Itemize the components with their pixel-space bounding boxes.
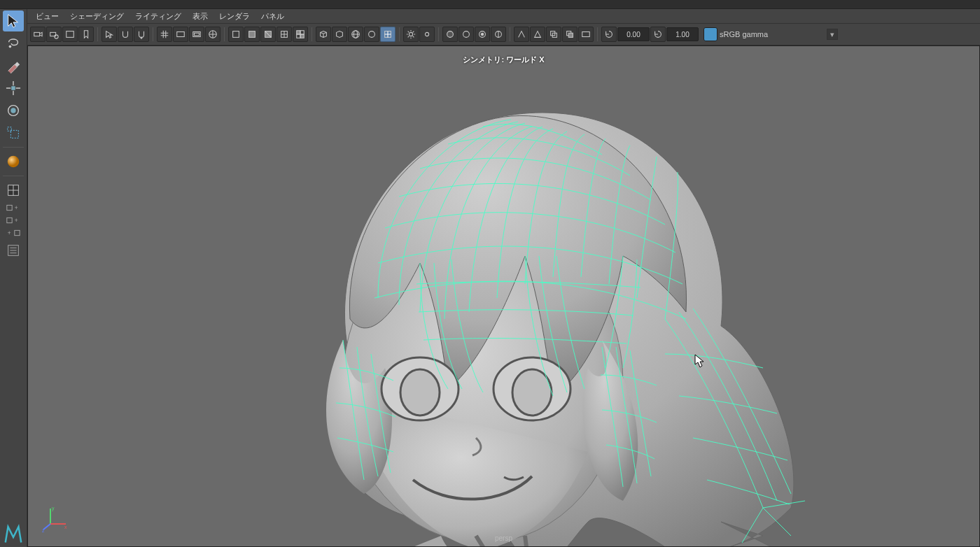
camera-lock-icon[interactable] [46, 27, 62, 42]
exposure-reset-icon[interactable] [601, 27, 617, 42]
svg-rect-29 [300, 34, 304, 38]
resgate-a-icon[interactable] [173, 27, 188, 42]
shade-b-icon[interactable] [244, 27, 260, 42]
exposure-field[interactable]: 0.00 [617, 27, 650, 41]
xray-a-icon[interactable] [514, 27, 529, 42]
gamma-field[interactable]: 1.00 [666, 27, 699, 41]
move-tool[interactable] [3, 78, 24, 99]
separator [597, 27, 598, 41]
svg-rect-5 [10, 130, 18, 138]
snap-grid-tool[interactable] [3, 180, 24, 201]
menu-panels[interactable]: パネル [257, 10, 288, 23]
svg-rect-24 [233, 31, 239, 38]
gate-icon[interactable] [578, 27, 594, 42]
menu-show[interactable]: 表示 [188, 10, 212, 23]
svg-point-19 [141, 37, 142, 38]
viewport[interactable]: シンメトリ: ワールド X [27, 45, 980, 547]
snap-plus-b[interactable]: + [3, 215, 24, 226]
menu-view[interactable]: ビュー [31, 10, 63, 23]
svg-rect-13 [15, 230, 20, 235]
separator [3, 147, 24, 148]
colorspace-selector[interactable]: sRGB gamma ▾ [704, 27, 838, 41]
separator [312, 27, 312, 41]
cube-icon[interactable] [316, 27, 331, 42]
title-bar [0, 0, 980, 9]
svg-point-34 [369, 31, 375, 38]
svg-point-51 [400, 369, 440, 415]
resgate-b-icon[interactable] [189, 27, 204, 42]
panel-icon-bar: 0.00 1.00 sRGB gamma ▾ [27, 24, 980, 45]
shade-d-icon[interactable] [276, 27, 292, 42]
select-tool[interactable] [3, 10, 24, 31]
globe-icon[interactable] [348, 27, 363, 42]
tex-icon[interactable] [293, 27, 308, 42]
nurbs-icon[interactable] [364, 27, 379, 42]
paint-select-tool[interactable] [3, 55, 24, 76]
iso-b-icon[interactable] [458, 27, 474, 42]
svg-rect-28 [297, 31, 300, 34]
iso-d-icon[interactable] [491, 27, 506, 42]
svg-point-38 [447, 31, 454, 38]
separator [153, 27, 153, 41]
scale-tool[interactable] [3, 122, 24, 143]
outliner-tool[interactable] [3, 240, 24, 261]
menu-lighting[interactable]: ライティング [131, 10, 186, 23]
svg-rect-46 [568, 33, 573, 37]
svg-rect-20 [177, 32, 185, 37]
snap-minus[interactable]: + [3, 227, 24, 239]
tool-column: + + + [0, 9, 27, 547]
svg-point-39 [463, 31, 470, 38]
poly-icon[interactable] [380, 27, 396, 42]
maya-logo-icon [3, 523, 24, 544]
magnet-a-icon[interactable] [118, 27, 133, 42]
separator [224, 27, 225, 41]
separator [3, 176, 24, 176]
magnet-b-icon[interactable] [134, 27, 149, 42]
light-all-icon[interactable] [403, 27, 419, 42]
snap-plus-a[interactable]: + [3, 202, 24, 213]
colorspace-label: sRGB gamma [720, 30, 825, 38]
svg-text:z: z [42, 528, 45, 532]
svg-text:+: + [15, 205, 18, 211]
svg-rect-25 [249, 31, 255, 38]
separator [510, 27, 510, 41]
svg-rect-1 [11, 86, 15, 90]
copy-b-icon[interactable] [562, 27, 578, 42]
svg-point-17 [55, 35, 58, 38]
panel-menu-bar: ビュー シェーディング ライティング 表示 レンダラ パネル [27, 9, 980, 24]
separator [97, 27, 98, 41]
svg-text:x: x [64, 525, 67, 530]
lasso-tool[interactable] [3, 33, 24, 54]
svg-rect-10 [7, 218, 12, 222]
shade-a-icon[interactable] [228, 27, 244, 42]
svg-rect-30 [300, 31, 304, 34]
shade-c-icon[interactable] [260, 27, 276, 42]
separator [438, 27, 439, 41]
menu-shading[interactable]: シェーディング [66, 10, 128, 23]
wireframe-icon[interactable] [205, 27, 220, 42]
svg-rect-47 [582, 32, 590, 37]
copy-a-icon[interactable] [546, 27, 561, 42]
iso-a-icon[interactable] [442, 27, 458, 42]
light-sel-icon[interactable] [419, 27, 435, 42]
xray-b-icon[interactable] [530, 27, 545, 42]
select-hl-icon[interactable] [102, 27, 117, 42]
bookmark-icon[interactable] [78, 27, 94, 42]
svg-text:y: y [52, 506, 55, 511]
model-head [273, 88, 833, 547]
iso-c-icon[interactable] [475, 27, 490, 42]
colorspace-swatch-icon [704, 27, 718, 41]
chevron-down-icon[interactable]: ▾ [827, 29, 838, 40]
camera-icon[interactable] [30, 27, 46, 42]
svg-point-41 [481, 33, 484, 36]
svg-text:+: + [15, 218, 18, 224]
last-tool[interactable] [3, 151, 24, 172]
rotate-tool[interactable] [3, 100, 24, 121]
hull-icon[interactable] [332, 27, 347, 42]
grid-icon[interactable] [157, 27, 172, 42]
gamma-reset-icon[interactable] [650, 27, 666, 42]
film-gate-icon[interactable] [62, 27, 78, 42]
svg-point-37 [425, 32, 428, 36]
svg-rect-15 [34, 32, 40, 36]
menu-renderer[interactable]: レンダラ [215, 10, 254, 23]
